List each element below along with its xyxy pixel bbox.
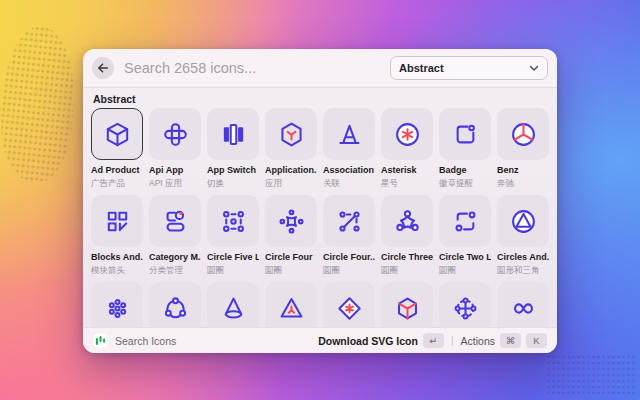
icon-search-window: Search 2658 icons... Abstract Abstract A… [83,49,557,353]
circle-five-line-icon [219,207,248,236]
tile-circles-and-triangles[interactable] [497,195,549,247]
connection-nodes-icon [161,294,190,323]
icon-cell [207,282,259,327]
icon-name: Api App [149,165,201,176]
tile-circle-two-line[interactable] [439,195,491,247]
tile-row3-6[interactable] [381,282,433,327]
icon-grid: Ad Product 广告产品 Api App API 应用 [91,108,549,327]
icon-name-zh: 圆形和三角 [497,265,549,276]
category-dropdown[interactable]: Abstract [390,56,548,80]
tile-circle-five-line[interactable] [207,195,259,247]
tile-circle-three[interactable] [381,195,433,247]
tile-row3-3[interactable] [207,282,259,327]
tile-circle-four[interactable] [265,195,317,247]
icon-cell: Blocks And... 模块箭头 [91,195,143,276]
icon-cell: Asterisk 星号 [381,108,433,189]
search-bar: Search 2658 icons... Abstract [83,49,557,88]
tile-row3-7[interactable] [439,282,491,327]
circle-two-line-icon [451,207,480,236]
icon-cell: App Switch 切换 [207,108,259,189]
category-pills-icon [161,207,190,236]
icon-name-zh: 广告产品 [91,178,143,189]
icon-name: App Switch [207,165,259,176]
icon-name: Circle Two L... [439,252,491,263]
icon-name-zh: 圆圈 [265,265,317,276]
icon-name: Badge [439,165,491,176]
chevron-down-icon [529,65,539,72]
icon-name-zh: 关联 [323,178,375,189]
icon-cell: Circle Two L... 圆圈 [439,195,491,276]
tile-row3-4[interactable] [265,282,317,327]
command-key-icon: ⌘ [500,333,521,348]
icon-name-zh: 应用 [265,178,317,189]
back-arrow-icon [97,62,109,74]
icon-cell [497,282,549,327]
tile-row3-5[interactable] [323,282,375,327]
search-input[interactable]: Search 2658 icons... [124,60,380,76]
iconpark-logo [93,333,108,348]
icon-cell: Badge 徽章提醒 [439,108,491,189]
triangle-warning-icon [277,294,306,323]
icon-name: Circle Five L... [207,252,259,263]
badge-dot-icon [451,120,480,149]
icon-name: Ad Product [91,165,143,176]
actions-label: Actions [461,335,495,347]
tile-asterisk[interactable] [381,108,433,160]
tile-benz[interactable] [497,108,549,160]
brand-label: Search Icons [115,335,176,347]
icon-name-zh: 分类管理 [149,265,201,276]
download-label: Download SVG Icon [318,335,418,347]
icon-name: Circle Four... [323,252,375,263]
icon-cell [91,282,143,327]
icon-name: Category M... [149,252,201,263]
tile-row3-1[interactable] [91,282,143,327]
cube-box-icon [103,120,132,149]
tile-circle-four-line[interactable] [323,195,375,247]
icon-cell: Benz 奔驰 [497,108,549,189]
tile-category-management[interactable] [149,195,201,247]
blocks-arrow-icon [103,207,132,236]
icon-cell: Circle Four 圆圈 [265,195,317,276]
back-button[interactable] [92,57,114,79]
icon-cell [439,282,491,327]
icon-name-zh: 圆圈 [439,265,491,276]
icon-name-zh: 徽章提醒 [439,178,491,189]
icon-cell [265,282,317,327]
icon-name-zh: 模块箭头 [91,265,143,276]
icon-name-zh: 星号 [381,178,433,189]
icon-cell [149,282,201,327]
tile-badge[interactable] [439,108,491,160]
tile-row3-2[interactable] [149,282,201,327]
enter-key-icon: ↵ [423,333,444,348]
icon-cell: Application... 应用 [265,108,317,189]
icon-name: Application... [265,165,317,176]
api-app-loops-icon [161,120,190,149]
icon-cell: Circle Five L... 圆圈 [207,195,259,276]
tile-ad-product[interactable] [91,108,143,160]
tile-app-switch[interactable] [207,108,259,160]
infinity-icon [509,294,538,323]
download-svg-button[interactable]: Download SVG Icon ↵ [318,333,444,348]
tile-application[interactable] [265,108,317,160]
icon-cell: Circles And... 圆形和三角 [497,195,549,276]
tile-row3-8[interactable] [497,282,549,327]
icon-cell [323,282,375,327]
tile-association[interactable] [323,108,375,160]
hexagon-y-icon [277,120,306,149]
icon-cell: Ad Product 广告产品 [91,108,143,189]
icon-name-zh: 切换 [207,178,259,189]
k-key-icon: K [526,333,547,348]
icon-cell: Circle Four... 圆圈 [323,195,375,276]
benz-star-icon [509,120,538,149]
section-label: Abstract [93,94,549,105]
tile-api-app[interactable] [149,108,201,160]
halftone-texture [546,354,636,394]
actions-button[interactable]: Actions ⌘ K [461,333,547,348]
halftone-texture [0,23,82,185]
tile-blocks-and-arrows[interactable] [91,195,143,247]
icon-cell: Circle Three 圆圈 [381,195,433,276]
icon-name-zh: 圆圈 [381,265,433,276]
circle-four-line-icon [335,207,364,236]
footer-bar: Search Icons Download SVG Icon ↵ | Actio… [83,327,557,353]
cone-icon [219,294,248,323]
